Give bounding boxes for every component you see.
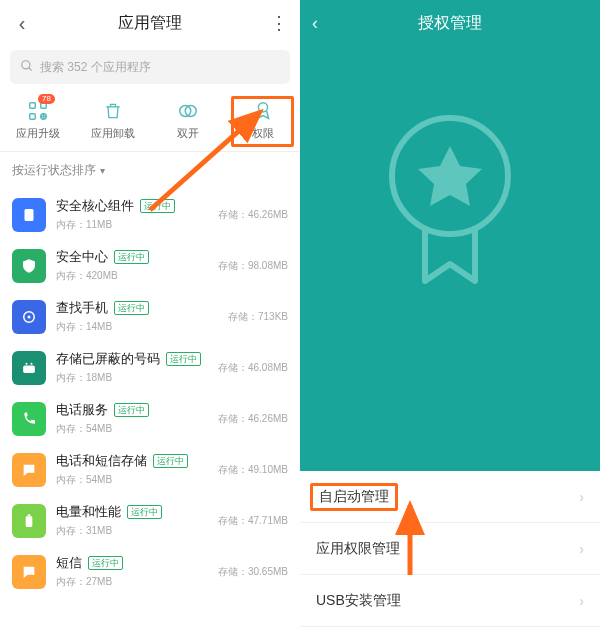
update-badge: 78 <box>38 94 55 104</box>
app-storage: 存储：47.71MB <box>218 514 288 528</box>
svg-rect-14 <box>23 365 35 373</box>
tab-label: 双开 <box>177 126 199 141</box>
sort-label: 按运行状态排序 <box>12 162 96 179</box>
permission-menu: 自启动管理›应用权限管理›USB安装管理› <box>300 471 600 627</box>
app-row[interactable]: 安全核心组件 运行中 内存：11MB 存储：46.26MB <box>0 189 300 240</box>
app-icon <box>12 351 46 385</box>
app-name: 电话服务 <box>56 401 108 419</box>
app-name: 电话和短信存储 <box>56 452 147 470</box>
back-icon[interactable]: ‹ <box>10 12 34 35</box>
app-row[interactable]: 安全中心 运行中 内存：420MB 存储：98.08MB <box>0 240 300 291</box>
more-icon[interactable]: ⋮ <box>266 12 290 34</box>
app-row[interactable]: 电量和性能 运行中 内存：31MB 存储：47.71MB <box>0 495 300 546</box>
running-tag: 运行中 <box>166 352 201 366</box>
app-icon <box>12 504 46 538</box>
search-icon <box>20 59 34 76</box>
app-icon <box>12 453 46 487</box>
tab-uninstall[interactable]: 应用卸载 <box>75 100 150 141</box>
back-icon[interactable]: ‹ <box>312 13 332 34</box>
app-storage: 存储：30.65MB <box>218 565 288 579</box>
app-name: 短信 <box>56 554 82 572</box>
app-icon <box>12 300 46 334</box>
svg-rect-11 <box>25 209 34 221</box>
chevron-right-icon: › <box>579 541 584 557</box>
app-list: 安全核心组件 运行中 内存：11MB 存储：46.26MB 安全中心 运行中 内… <box>0 189 300 597</box>
svg-point-13 <box>28 315 31 318</box>
svg-rect-2 <box>29 103 35 109</box>
app-memory: 内存：420MB <box>56 269 210 283</box>
app-memory: 内存：54MB <box>56 422 210 436</box>
sort-dropdown[interactable]: 按运行状态排序 ▾ <box>0 152 300 189</box>
tab-upgrade[interactable]: 应用升级78 <box>0 100 75 141</box>
svg-rect-4 <box>29 114 35 120</box>
app-icon <box>12 249 46 283</box>
app-memory: 内存：27MB <box>56 575 210 589</box>
app-memory: 内存：11MB <box>56 218 210 232</box>
svg-line-1 <box>29 67 32 70</box>
tab-label: 应用卸载 <box>91 126 135 141</box>
running-tag: 运行中 <box>127 505 162 519</box>
highlight-box <box>231 96 294 147</box>
app-icon <box>12 402 46 436</box>
app-storage: 存储：713KB <box>228 310 288 324</box>
chevron-right-icon: › <box>579 489 584 505</box>
app-row[interactable]: 短信 运行中 内存：27MB 存储：30.65MB <box>0 546 300 597</box>
app-storage: 存储：46.08MB <box>218 361 288 375</box>
ribbon-badge-icon <box>300 106 600 306</box>
app-row[interactable]: 电话服务 运行中 内存：54MB 存储：46.26MB <box>0 393 300 444</box>
svg-point-0 <box>22 60 30 68</box>
app-storage: 存储：49.10MB <box>218 463 288 477</box>
running-tag: 运行中 <box>88 556 123 570</box>
svg-rect-18 <box>28 514 31 516</box>
app-storage: 存储：46.26MB <box>218 208 288 222</box>
running-tag: 运行中 <box>153 454 188 468</box>
left-header: ‹ 应用管理 ⋮ <box>0 0 300 46</box>
app-name: 查找手机 <box>56 299 108 317</box>
row-label: 自启动管理 <box>319 488 389 504</box>
app-storage: 存储：46.26MB <box>218 412 288 426</box>
app-name: 安全核心组件 <box>56 197 134 215</box>
tab-label: 应用升级 <box>16 126 60 141</box>
search-input[interactable]: 搜索 352 个应用程序 <box>10 50 290 84</box>
circles-icon <box>177 100 199 122</box>
tab-dual[interactable]: 双开 <box>150 100 225 141</box>
row-label: USB安装管理 <box>316 592 401 610</box>
app-icon <box>12 198 46 232</box>
svg-rect-17 <box>26 516 33 527</box>
running-tag: 运行中 <box>140 199 175 213</box>
right-header: ‹ 授权管理 <box>300 0 600 46</box>
app-name: 安全中心 <box>56 248 108 266</box>
running-tag: 运行中 <box>114 403 149 417</box>
page-title: 应用管理 <box>34 13 266 34</box>
app-row[interactable]: 电话和短信存储 运行中 内存：54MB 存储：49.10MB <box>0 444 300 495</box>
row-label: 应用权限管理 <box>316 540 400 558</box>
app-name: 存储已屏蔽的号码 <box>56 350 160 368</box>
svg-point-15 <box>26 362 28 364</box>
running-tag: 运行中 <box>114 250 149 264</box>
usb-install-row[interactable]: USB安装管理› <box>300 575 600 627</box>
search-placeholder: 搜索 352 个应用程序 <box>40 59 151 76</box>
app-icon <box>12 555 46 589</box>
highlight-box: 自启动管理 <box>310 483 398 511</box>
tab-permissions[interactable]: 权限 <box>225 100 300 141</box>
app-memory: 内存：18MB <box>56 371 210 385</box>
chevron-right-icon: › <box>579 593 584 609</box>
svg-point-16 <box>31 362 33 364</box>
trash-icon <box>102 100 124 122</box>
running-tag: 运行中 <box>114 301 149 315</box>
app-storage: 存储：98.08MB <box>218 259 288 273</box>
app-memory: 内存：54MB <box>56 473 210 487</box>
app-name: 电量和性能 <box>56 503 121 521</box>
autostart-row[interactable]: 自启动管理› <box>300 471 600 523</box>
app-permission-row[interactable]: 应用权限管理› <box>300 523 600 575</box>
app-row[interactable]: 存储已屏蔽的号码 运行中 内存：18MB 存储：46.08MB <box>0 342 300 393</box>
app-row[interactable]: 查找手机 运行中 内存：14MB 存储：713KB <box>0 291 300 342</box>
app-memory: 内存：14MB <box>56 320 220 334</box>
page-title: 授权管理 <box>312 13 588 34</box>
app-memory: 内存：31MB <box>56 524 210 538</box>
chevron-down-icon: ▾ <box>100 165 105 176</box>
tab-row: 应用升级78 应用卸载 双开 权限 <box>0 94 300 152</box>
